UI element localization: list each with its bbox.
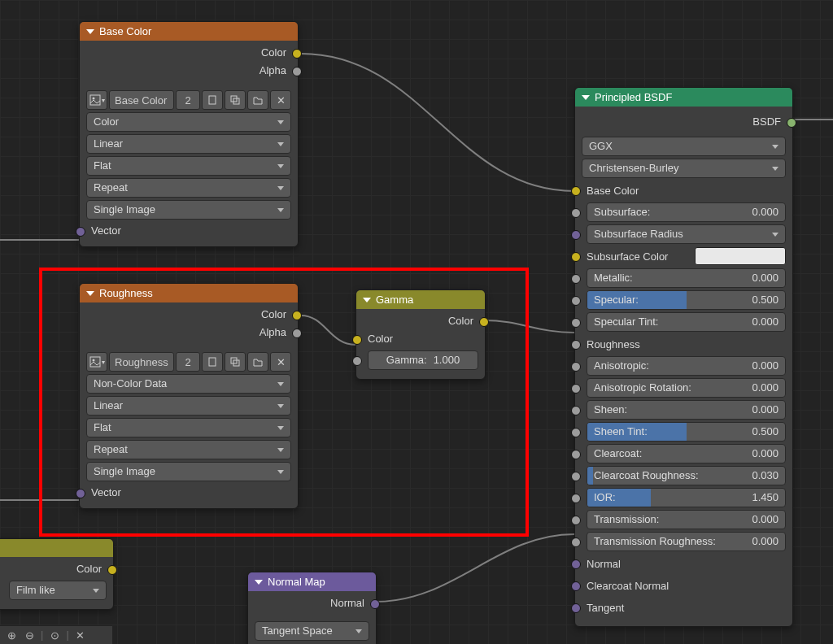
subsurfRadius-select[interactable]: Subsurface Radius [587, 224, 786, 244]
socket-subsurf[interactable] [571, 208, 581, 218]
collapse-icon[interactable] [363, 298, 371, 302]
socket-metallic[interactable] [571, 274, 581, 284]
image-icon[interactable]: ▾ [86, 90, 107, 110]
open-file-icon[interactable] [247, 90, 268, 110]
ccRough-field[interactable]: Clearcoat Roughness:0.030 [587, 466, 786, 485]
node-title: Principled BSDF [595, 91, 672, 103]
node-principled-bsdf[interactable]: Principled BSDF BSDF GGX Christensen-Bur… [574, 87, 793, 627]
node-normal-map[interactable]: Normal Map Normal Tangent Space [247, 572, 377, 644]
node-partial-left[interactable]: Color Film like [0, 538, 114, 610]
collapse-icon[interactable] [86, 29, 94, 34]
socket-alpha[interactable] [292, 329, 302, 338]
distribution-select[interactable]: GGX [582, 137, 786, 156]
socket-color[interactable] [292, 49, 302, 59]
zoom-in-icon[interactable]: ⊕ [5, 629, 18, 642]
gamma-field[interactable]: Gamma:1.000 [368, 350, 478, 370]
aniso-field[interactable]: Anisotropic:0.000 [587, 356, 786, 376]
socket-tangent[interactable] [571, 603, 581, 613]
socket-transRough[interactable] [571, 537, 581, 547]
socket-clearcoat[interactable] [571, 450, 581, 459]
socket-ccNormal[interactable] [571, 581, 581, 591]
space-select[interactable]: Tangent Space [255, 621, 369, 641]
node-header[interactable]: Normal Map [248, 572, 376, 591]
remove-icon[interactable]: ✕ [270, 90, 291, 110]
new-image-icon[interactable] [202, 352, 223, 372]
sheenTint-field[interactable]: Sheen Tint:0.500 [587, 422, 786, 442]
socket-out-color[interactable] [479, 317, 489, 327]
metallic-field[interactable]: Metallic:0.000 [587, 268, 786, 288]
socket-sheen[interactable] [571, 406, 581, 416]
interpolation-select[interactable]: Linear [86, 396, 291, 416]
socket-vector[interactable] [76, 489, 85, 498]
subsurface-method-select[interactable]: Christensen-Burley [582, 159, 786, 178]
anisoRot-field[interactable]: Anisotropic Rotation:0.000 [587, 378, 786, 398]
socket-color[interactable] [292, 311, 302, 320]
image-user-count[interactable]: 2 [176, 90, 200, 110]
subsurfColor-swatch[interactable] [695, 247, 786, 265]
collapse-icon[interactable] [86, 291, 94, 296]
socket-specular[interactable] [571, 296, 581, 306]
clearcoat-field[interactable]: Clearcoat:0.000 [587, 444, 786, 463]
extension-select[interactable]: Repeat [86, 178, 291, 198]
node-header[interactable]: Base Color [80, 22, 298, 41]
node-header[interactable] [0, 539, 113, 557]
socket-subsurfRadius[interactable] [571, 230, 581, 240]
socket-ccRough[interactable] [571, 472, 581, 481]
interpolation-select[interactable]: Linear [86, 134, 291, 154]
new-image-icon[interactable] [202, 90, 223, 110]
node-header[interactable]: Roughness [80, 284, 298, 302]
socket-normal[interactable] [370, 599, 380, 609]
trans-field[interactable]: Transmission:0.000 [587, 510, 786, 529]
socket-subsurfColor[interactable] [571, 252, 581, 262]
extension-select[interactable]: Repeat [86, 440, 291, 459]
open-file-icon[interactable] [247, 352, 268, 372]
transRough-field[interactable]: Transmission Roughness:0.000 [587, 532, 786, 551]
projection-select[interactable]: Flat [86, 418, 291, 437]
collapse-icon[interactable] [582, 95, 590, 100]
socket-vector[interactable] [76, 227, 85, 237]
socket-specTint[interactable] [571, 318, 581, 328]
close-icon[interactable]: ✕ [74, 629, 87, 642]
socket-bsdf[interactable] [787, 118, 796, 128]
node-base-color[interactable]: Base Color Color Alpha ▾ Base Color 2 ✕ … [79, 21, 299, 247]
socket-alpha[interactable] [292, 67, 302, 76]
image-name-field[interactable]: Base Color [109, 90, 174, 110]
socket-roughness[interactable] [571, 340, 581, 350]
label: Clearcoat Normal [575, 580, 669, 592]
color-space-select[interactable]: Non-Color Data [86, 374, 291, 394]
projection-select[interactable]: Flat [86, 156, 291, 176]
node-header[interactable]: Gamma [356, 290, 485, 309]
circle-icon[interactable]: ⊙ [48, 629, 61, 642]
specular-field[interactable]: Specular:0.500 [587, 290, 786, 310]
socket-anisoRot[interactable] [571, 384, 581, 394]
image-name-field[interactable]: Roughness [109, 352, 174, 372]
subsurf-field[interactable]: Subsurface:0.000 [587, 202, 786, 222]
node-header[interactable]: Principled BSDF [575, 88, 792, 107]
color-space-select[interactable]: Color [86, 112, 291, 132]
duplicate-icon[interactable] [225, 90, 246, 110]
socket-color[interactable] [107, 565, 117, 575]
socket-gamma[interactable] [352, 356, 362, 366]
duplicate-icon[interactable] [225, 352, 246, 372]
node-roughness[interactable]: Roughness Color Alpha ▾ Roughness 2 ✕ No… [79, 283, 299, 509]
collapse-icon[interactable] [255, 580, 263, 585]
source-select[interactable]: Single Image [86, 200, 291, 220]
socket-in-color[interactable] [352, 335, 362, 345]
specTint-field[interactable]: Specular Tint:0.000 [587, 312, 786, 332]
ior-field[interactable]: IOR:1.450 [587, 488, 786, 507]
socket-normal[interactable] [571, 559, 581, 569]
image-icon[interactable]: ▾ [86, 352, 107, 372]
zoom-out-icon[interactable]: ⊖ [23, 629, 36, 642]
socket-ior[interactable] [571, 494, 581, 503]
source-select[interactable]: Single Image [86, 462, 291, 481]
socket-aniso[interactable] [571, 362, 581, 372]
image-user-count[interactable]: 2 [176, 352, 200, 372]
output-color: Color [356, 312, 485, 330]
look-select[interactable]: Film like [9, 581, 107, 600]
socket-baseColor[interactable] [571, 186, 581, 196]
socket-trans[interactable] [571, 516, 581, 525]
node-gamma[interactable]: Gamma Color Color Gamma:1.000 [355, 289, 486, 380]
sheen-field[interactable]: Sheen:0.000 [587, 400, 786, 420]
remove-icon[interactable]: ✕ [270, 352, 291, 372]
socket-sheenTint[interactable] [571, 428, 581, 437]
